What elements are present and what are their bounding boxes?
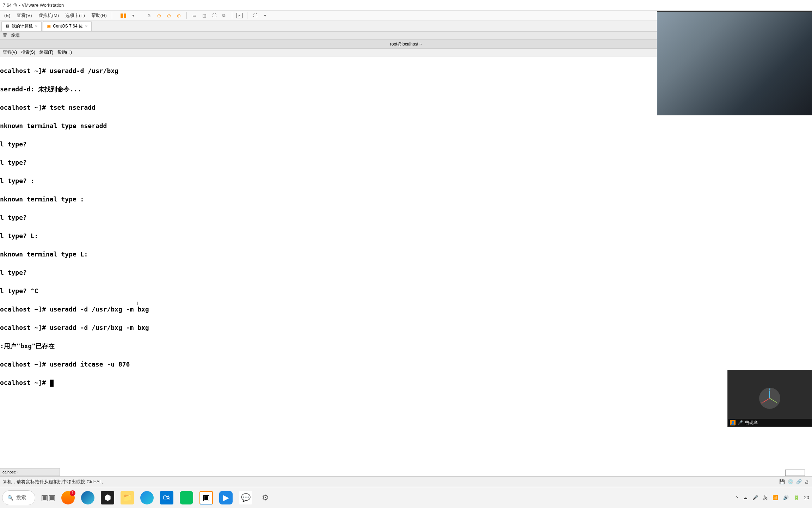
vmware-icon[interactable]: ▣: [199, 491, 213, 504]
app-icon[interactable]: [61, 491, 75, 504]
separator: [247, 12, 247, 19]
edge-icon[interactable]: [81, 491, 94, 504]
vm-icon: ▣: [47, 24, 51, 29]
task-view-icon[interactable]: ▣▣: [42, 491, 55, 504]
store-icon[interactable]: 🛍: [160, 491, 173, 504]
pause-icon[interactable]: ▮▮: [120, 12, 127, 19]
menu-vm[interactable]: 虚拟机(M): [36, 11, 62, 20]
tab-label: CentOS 7 64 位: [53, 23, 83, 29]
status-device-icons: 💾 💿 🔗 🖨: [779, 479, 809, 484]
person-icon: 👤: [730, 420, 736, 425]
svg-text:x: x: [761, 401, 763, 405]
snapshot-icon[interactable]: ◶: [165, 12, 172, 19]
statusbar: 算机，请将鼠标指针从虚拟机中移出或按 Ctrl+Alt。 💾 💿 🔗 🖨: [0, 476, 812, 487]
terminal-line: l type?: [0, 140, 812, 149]
webcam-overlay: [657, 11, 812, 115]
ime-indicator[interactable]: 英: [763, 495, 768, 501]
term-menu-search[interactable]: 搜索(S): [21, 49, 35, 55]
explorer-icon[interactable]: 📁: [121, 491, 134, 504]
terminal-line: l type?: [0, 213, 812, 222]
menu-edit[interactable]: (E): [1, 11, 13, 19]
terminal-line: l type? ^C: [0, 286, 812, 296]
svg-line-2: [763, 398, 770, 403]
close-icon[interactable]: ×: [35, 23, 38, 29]
wechat-icon[interactable]: [180, 491, 193, 504]
mic-icon: 🎤: [738, 420, 743, 425]
participant-badge: 👤 🎤 曾现洋: [728, 419, 812, 427]
axis-widget-icon: z x: [759, 388, 780, 409]
dropdown-icon[interactable]: ▾: [130, 12, 137, 19]
close-icon[interactable]: ×: [85, 23, 88, 29]
view-split-icon[interactable]: ◫: [201, 12, 208, 19]
menu-help[interactable]: 帮助(H): [88, 11, 110, 20]
meeting-icon[interactable]: ▶: [219, 491, 233, 504]
view-single-icon[interactable]: ▭: [191, 12, 198, 19]
menu-view[interactable]: 查看(V): [14, 11, 35, 20]
network-icon[interactable]: 🔗: [796, 479, 802, 484]
volume-icon[interactable]: 🔊: [783, 495, 789, 500]
search-box[interactable]: 🔍 搜索: [2, 490, 35, 505]
status-hint: 算机，请将鼠标指针从虚拟机中移出或按 Ctrl+Alt。: [3, 479, 106, 485]
system-tray: ^ ☁ 🎤 英 📶 🔊 🔋 20: [736, 495, 809, 501]
chevron-up-icon[interactable]: ^: [736, 495, 738, 500]
participant-name: 曾现洋: [745, 420, 758, 426]
window-titlebar: 7 64 位 - VMware Workstation: [0, 0, 812, 11]
toolbar: ▮▮ ▾ ⎙ ◷ ◶ ◵ ▭ ◫ ⛶ ⧉ ▸ ⛶ ▾: [120, 12, 269, 19]
app-icon[interactable]: ⬢: [101, 491, 114, 504]
window-title: 7 64 位 - VMware Workstation: [3, 2, 64, 8]
separator: [232, 12, 232, 19]
terminal-line: l type? L:: [0, 231, 812, 241]
bottom-tab-label: calhost:~: [2, 470, 18, 474]
search-placeholder: 搜索: [16, 495, 26, 501]
dropdown-icon[interactable]: ▾: [262, 12, 269, 19]
clock-icon[interactable]: ◷: [155, 12, 162, 19]
terminal-line: ocalhost ~]# useradd -d /usr/bxg -m bxg: [0, 323, 812, 332]
search-icon: 🔍: [7, 495, 13, 501]
menu-tabs[interactable]: 选项卡(T): [62, 11, 88, 20]
send-icon[interactable]: ⎙: [146, 12, 153, 19]
settings-icon[interactable]: ⚙: [259, 491, 272, 504]
mic-icon[interactable]: 🎤: [752, 495, 758, 500]
taskbar-apps: ▣▣ ⬢ 📁 🛍 ▣ ▶ 💬 ⚙: [42, 491, 272, 504]
tab-label: 我的计算机: [12, 23, 33, 29]
term-menu-help[interactable]: 帮助(H): [57, 49, 72, 55]
console-icon[interactable]: ▸: [236, 13, 243, 18]
wifi-icon[interactable]: 📶: [773, 495, 778, 500]
onedrive-icon[interactable]: ☁: [743, 495, 748, 500]
view-unity-icon[interactable]: ⛶: [211, 12, 218, 19]
view-exit-icon[interactable]: ⧉: [221, 12, 228, 19]
separator: [186, 12, 187, 19]
terminal-title-text: root@localhost:~: [390, 42, 422, 47]
terminal-line: ocalhost ~]# useradd -d /usr/bxg -m bxg: [0, 305, 812, 314]
printer-icon[interactable]: 🖨: [805, 479, 809, 484]
wechat-work-icon[interactable]: 💬: [239, 491, 252, 504]
tab-vm[interactable]: ▣ CentOS 7 64 位 ×: [43, 21, 92, 31]
terminal-line: nknown terminal type :: [0, 195, 812, 204]
battery-icon[interactable]: 🔋: [794, 495, 799, 500]
taskbar: 🔍 搜索 ▣▣ ⬢ 📁 🛍 ▣ ▶ 💬 ⚙ ^ ☁ 🎤 英 📶 🔊 🔋 20: [0, 487, 812, 508]
submenu-item[interactable]: 置: [3, 32, 7, 38]
terminal-line: ocalhost ~]# useradd itcase -u 876: [0, 360, 812, 369]
terminal-cursor: [50, 380, 54, 387]
edge-dev-icon[interactable]: [140, 491, 154, 504]
terminal-line: l type?: [0, 268, 812, 277]
monitor-icon: 🖥: [5, 24, 10, 29]
separator: [141, 12, 141, 19]
revert-icon[interactable]: ◵: [175, 12, 182, 19]
tab-home[interactable]: 🖥 我的计算机 ×: [1, 21, 42, 31]
bottom-tab[interactable]: calhost:~: [0, 468, 60, 476]
fullscreen-icon[interactable]: ⛶: [252, 12, 259, 19]
submenu-item[interactable]: 终端: [11, 32, 20, 38]
term-menu-terminal[interactable]: 终端(T): [39, 49, 53, 55]
participant-panel: z x 👤 🎤 曾现洋: [727, 370, 812, 427]
text-cursor-icon: I: [137, 301, 137, 307]
time-text[interactable]: 20: [804, 495, 809, 500]
cd-icon[interactable]: 💿: [788, 479, 793, 484]
terminal-line: ocalhost ~]#: [0, 378, 812, 387]
status-indicator-box: [785, 470, 805, 476]
terminal-line: nknown terminal type L:: [0, 250, 812, 259]
term-menu-view[interactable]: 查看(V): [3, 49, 17, 55]
svg-line-4: [770, 398, 777, 403]
svg-text:z: z: [769, 388, 770, 391]
disk-icon[interactable]: 💾: [779, 479, 785, 484]
